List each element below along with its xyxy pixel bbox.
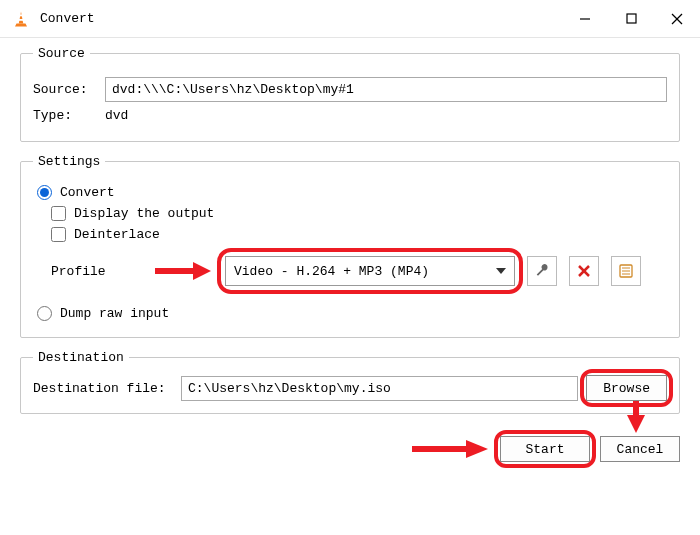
profile-select[interactable]: Video - H.264 + MP3 (MP4) <box>225 256 515 286</box>
svg-marker-8 <box>496 268 506 274</box>
profile-label: Profile <box>51 264 141 279</box>
titlebar: Convert <box>0 0 700 38</box>
type-value: dvd <box>105 108 128 123</box>
deinterlace-checkbox[interactable] <box>51 227 66 242</box>
destination-file-input[interactable] <box>181 376 578 401</box>
type-label: Type: <box>33 108 97 123</box>
cancel-button[interactable]: Cancel <box>600 436 680 462</box>
dump-raw-radio[interactable] <box>37 306 52 321</box>
convert-radio[interactable] <box>37 185 52 200</box>
red-arrow-icon <box>153 260 213 282</box>
wrench-icon <box>534 263 550 279</box>
browse-button[interactable]: Browse <box>586 375 667 401</box>
svg-rect-1 <box>18 19 23 21</box>
maximize-button[interactable] <box>608 0 654 38</box>
delete-profile-button[interactable] <box>569 256 599 286</box>
new-profile-icon <box>618 263 634 279</box>
destination-file-label: Destination file: <box>33 381 173 396</box>
convert-radio-label: Convert <box>60 185 115 200</box>
minimize-button[interactable] <box>562 0 608 38</box>
source-legend: Source <box>33 46 90 61</box>
source-label: Source: <box>33 82 97 97</box>
dialog-buttons: Start Cancel <box>0 426 700 462</box>
start-button[interactable]: Start <box>500 436 590 462</box>
svg-marker-18 <box>466 440 488 458</box>
chevron-down-icon <box>496 268 506 274</box>
profile-select-value: Video - H.264 + MP3 (MP4) <box>234 264 429 279</box>
display-output-checkbox[interactable] <box>51 206 66 221</box>
settings-legend: Settings <box>33 154 105 169</box>
red-arrow-icon <box>410 438 490 460</box>
window-title: Convert <box>40 11 562 26</box>
dialog-content: Source Source: Type: dvd Settings Conver… <box>0 38 700 414</box>
deinterlace-label: Deinterlace <box>74 227 160 242</box>
new-profile-button[interactable] <box>611 256 641 286</box>
destination-legend: Destination <box>33 350 129 365</box>
dump-raw-label: Dump raw input <box>60 306 169 321</box>
x-icon <box>577 264 591 278</box>
source-input[interactable] <box>105 77 667 102</box>
settings-group: Settings Convert Display the output Dein… <box>20 154 680 338</box>
svg-marker-7 <box>193 262 211 280</box>
vlc-cone-icon <box>12 10 30 28</box>
svg-rect-3 <box>627 14 636 23</box>
source-group: Source Source: Type: dvd <box>20 46 680 142</box>
display-output-label: Display the output <box>74 206 214 221</box>
destination-group: Destination Destination file: Browse <box>20 350 680 414</box>
svg-rect-0 <box>19 14 23 16</box>
edit-profile-button[interactable] <box>527 256 557 286</box>
close-button[interactable] <box>654 0 700 38</box>
